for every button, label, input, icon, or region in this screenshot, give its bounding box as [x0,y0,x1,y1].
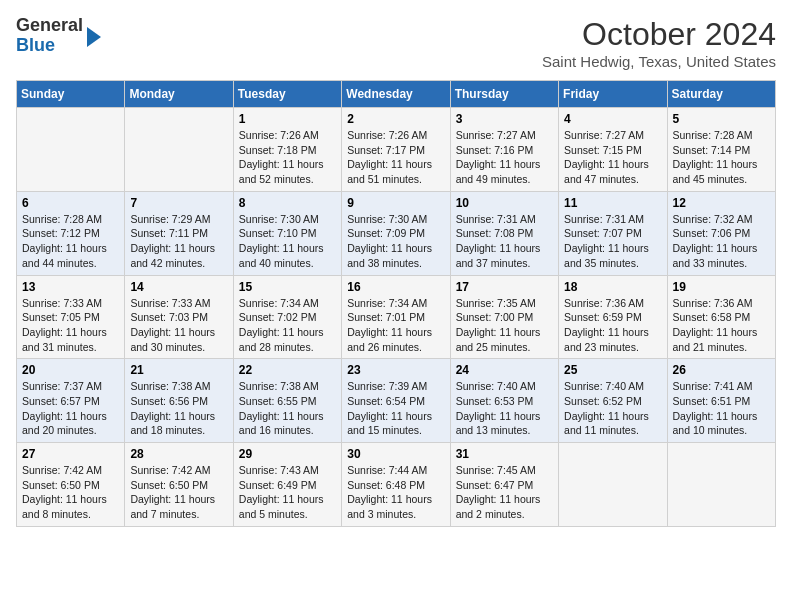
day-number: 15 [239,280,336,294]
page-title: October 2024 [542,16,776,53]
calendar-cell: 31Sunrise: 7:45 AMSunset: 6:47 PMDayligh… [450,443,558,527]
day-info: Sunrise: 7:36 AMSunset: 6:59 PMDaylight:… [564,296,661,355]
calendar-cell: 25Sunrise: 7:40 AMSunset: 6:52 PMDayligh… [559,359,667,443]
day-number: 31 [456,447,553,461]
day-info: Sunrise: 7:34 AMSunset: 7:02 PMDaylight:… [239,296,336,355]
calendar-cell: 15Sunrise: 7:34 AMSunset: 7:02 PMDayligh… [233,275,341,359]
day-number: 25 [564,363,661,377]
day-number: 5 [673,112,770,126]
calendar-cell: 11Sunrise: 7:31 AMSunset: 7:07 PMDayligh… [559,191,667,275]
day-info: Sunrise: 7:27 AMSunset: 7:15 PMDaylight:… [564,128,661,187]
calendar-cell: 13Sunrise: 7:33 AMSunset: 7:05 PMDayligh… [17,275,125,359]
day-number: 6 [22,196,119,210]
day-number: 12 [673,196,770,210]
day-number: 22 [239,363,336,377]
day-number: 11 [564,196,661,210]
calendar-cell [125,108,233,192]
calendar-cell: 8Sunrise: 7:30 AMSunset: 7:10 PMDaylight… [233,191,341,275]
calendar-week-row: 6Sunrise: 7:28 AMSunset: 7:12 PMDaylight… [17,191,776,275]
day-info: Sunrise: 7:38 AMSunset: 6:56 PMDaylight:… [130,379,227,438]
day-number: 14 [130,280,227,294]
day-info: Sunrise: 7:34 AMSunset: 7:01 PMDaylight:… [347,296,444,355]
calendar-cell: 23Sunrise: 7:39 AMSunset: 6:54 PMDayligh… [342,359,450,443]
calendar-cell: 27Sunrise: 7:42 AMSunset: 6:50 PMDayligh… [17,443,125,527]
calendar-week-row: 20Sunrise: 7:37 AMSunset: 6:57 PMDayligh… [17,359,776,443]
day-info: Sunrise: 7:44 AMSunset: 6:48 PMDaylight:… [347,463,444,522]
day-info: Sunrise: 7:45 AMSunset: 6:47 PMDaylight:… [456,463,553,522]
calendar-cell: 6Sunrise: 7:28 AMSunset: 7:12 PMDaylight… [17,191,125,275]
day-number: 16 [347,280,444,294]
page-header: General Blue October 2024 Saint Hedwig, … [16,16,776,70]
calendar-cell: 24Sunrise: 7:40 AMSunset: 6:53 PMDayligh… [450,359,558,443]
calendar-cell: 21Sunrise: 7:38 AMSunset: 6:56 PMDayligh… [125,359,233,443]
day-info: Sunrise: 7:27 AMSunset: 7:16 PMDaylight:… [456,128,553,187]
day-number: 28 [130,447,227,461]
calendar-cell: 7Sunrise: 7:29 AMSunset: 7:11 PMDaylight… [125,191,233,275]
page-subtitle: Saint Hedwig, Texas, United States [542,53,776,70]
day-number: 29 [239,447,336,461]
col-header-tuesday: Tuesday [233,81,341,108]
day-info: Sunrise: 7:40 AMSunset: 6:53 PMDaylight:… [456,379,553,438]
day-number: 30 [347,447,444,461]
col-header-sunday: Sunday [17,81,125,108]
day-info: Sunrise: 7:43 AMSunset: 6:49 PMDaylight:… [239,463,336,522]
calendar-cell [667,443,775,527]
day-info: Sunrise: 7:33 AMSunset: 7:05 PMDaylight:… [22,296,119,355]
calendar-cell: 12Sunrise: 7:32 AMSunset: 7:06 PMDayligh… [667,191,775,275]
calendar-cell: 28Sunrise: 7:42 AMSunset: 6:50 PMDayligh… [125,443,233,527]
day-info: Sunrise: 7:42 AMSunset: 6:50 PMDaylight:… [22,463,119,522]
calendar-cell: 1Sunrise: 7:26 AMSunset: 7:18 PMDaylight… [233,108,341,192]
calendar-cell: 19Sunrise: 7:36 AMSunset: 6:58 PMDayligh… [667,275,775,359]
calendar-week-row: 27Sunrise: 7:42 AMSunset: 6:50 PMDayligh… [17,443,776,527]
calendar-cell: 29Sunrise: 7:43 AMSunset: 6:49 PMDayligh… [233,443,341,527]
logo: General Blue [16,16,101,56]
day-info: Sunrise: 7:37 AMSunset: 6:57 PMDaylight:… [22,379,119,438]
day-info: Sunrise: 7:32 AMSunset: 7:06 PMDaylight:… [673,212,770,271]
day-number: 10 [456,196,553,210]
day-info: Sunrise: 7:33 AMSunset: 7:03 PMDaylight:… [130,296,227,355]
day-number: 27 [22,447,119,461]
day-number: 7 [130,196,227,210]
day-info: Sunrise: 7:36 AMSunset: 6:58 PMDaylight:… [673,296,770,355]
calendar-header-row: SundayMondayTuesdayWednesdayThursdayFrid… [17,81,776,108]
day-info: Sunrise: 7:31 AMSunset: 7:07 PMDaylight:… [564,212,661,271]
day-info: Sunrise: 7:26 AMSunset: 7:18 PMDaylight:… [239,128,336,187]
day-info: Sunrise: 7:35 AMSunset: 7:00 PMDaylight:… [456,296,553,355]
day-info: Sunrise: 7:30 AMSunset: 7:10 PMDaylight:… [239,212,336,271]
calendar-cell: 22Sunrise: 7:38 AMSunset: 6:55 PMDayligh… [233,359,341,443]
day-number: 2 [347,112,444,126]
day-number: 1 [239,112,336,126]
day-info: Sunrise: 7:39 AMSunset: 6:54 PMDaylight:… [347,379,444,438]
calendar-table: SundayMondayTuesdayWednesdayThursdayFrid… [16,80,776,527]
col-header-wednesday: Wednesday [342,81,450,108]
calendar-cell [17,108,125,192]
logo-blue: Blue [16,35,55,55]
col-header-thursday: Thursday [450,81,558,108]
day-info: Sunrise: 7:31 AMSunset: 7:08 PMDaylight:… [456,212,553,271]
day-number: 8 [239,196,336,210]
calendar-cell [559,443,667,527]
calendar-cell: 3Sunrise: 7:27 AMSunset: 7:16 PMDaylight… [450,108,558,192]
title-block: October 2024 Saint Hedwig, Texas, United… [542,16,776,70]
calendar-week-row: 13Sunrise: 7:33 AMSunset: 7:05 PMDayligh… [17,275,776,359]
day-number: 3 [456,112,553,126]
logo-arrow-icon [87,27,101,47]
day-number: 17 [456,280,553,294]
day-info: Sunrise: 7:42 AMSunset: 6:50 PMDaylight:… [130,463,227,522]
day-info: Sunrise: 7:29 AMSunset: 7:11 PMDaylight:… [130,212,227,271]
calendar-week-row: 1Sunrise: 7:26 AMSunset: 7:18 PMDaylight… [17,108,776,192]
day-number: 21 [130,363,227,377]
day-number: 23 [347,363,444,377]
day-number: 24 [456,363,553,377]
calendar-cell: 5Sunrise: 7:28 AMSunset: 7:14 PMDaylight… [667,108,775,192]
day-number: 18 [564,280,661,294]
day-number: 19 [673,280,770,294]
day-number: 13 [22,280,119,294]
day-info: Sunrise: 7:30 AMSunset: 7:09 PMDaylight:… [347,212,444,271]
calendar-cell: 9Sunrise: 7:30 AMSunset: 7:09 PMDaylight… [342,191,450,275]
logo-text: General Blue [16,16,83,56]
day-number: 20 [22,363,119,377]
calendar-cell: 10Sunrise: 7:31 AMSunset: 7:08 PMDayligh… [450,191,558,275]
calendar-cell: 17Sunrise: 7:35 AMSunset: 7:00 PMDayligh… [450,275,558,359]
calendar-cell: 20Sunrise: 7:37 AMSunset: 6:57 PMDayligh… [17,359,125,443]
